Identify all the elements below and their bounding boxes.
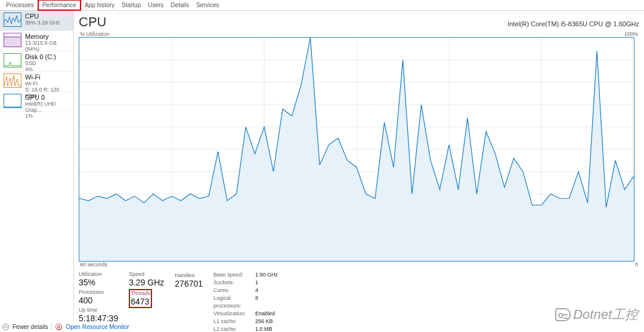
sidebar-thumb-icon	[4, 94, 21, 108]
spec-value: 256 KB	[255, 318, 273, 325]
sidebar-item-cpu[interactable]: CPU35% 3.29 GHz	[0, 11, 73, 31]
sidebar-item-sub: SSD	[25, 60, 56, 66]
sidebar-item-gpu-0[interactable]: GPU 0Intel(R) UHD Grap...1%	[0, 92, 73, 112]
y-axis-label: % Utilization	[80, 31, 110, 37]
stat-value: 276701	[175, 278, 203, 289]
stat-label: Speed	[129, 271, 164, 277]
spec-row: Logical processors:8	[213, 294, 278, 310]
sidebar-item-title: Memory	[25, 33, 71, 40]
spec-key: L2 cache:	[213, 325, 255, 332]
y-axis-max: 100%	[624, 31, 638, 37]
spec-row: L2 cache:1.0 MB	[213, 325, 278, 332]
content-pane: CPU Intel(R) Core(TM) i5-8365U CPU @ 1.6…	[74, 11, 644, 321]
tab-startup[interactable]: Startup	[118, 1, 144, 10]
tab-users[interactable]: Users	[144, 1, 167, 10]
sidebar-item-title: Wi-Fi	[25, 73, 71, 81]
divider	[51, 323, 52, 330]
sidebar-item-sub: 13.3/15.8 GB (84%)	[25, 40, 71, 52]
tab-bar: ProcessesPerformanceApp historyStartupUs…	[0, 0, 644, 11]
tab-details[interactable]: Details	[167, 1, 193, 10]
spec-key: Cores:	[213, 287, 255, 294]
stat-value: 400	[79, 295, 118, 306]
sidebar-item-title: GPU 0	[25, 94, 71, 101]
spec-value: 1.0 MB	[255, 325, 273, 332]
resource-monitor-icon	[55, 324, 62, 330]
stat-label: Utilization	[79, 271, 118, 277]
sidebar-item-wi-fi[interactable]: Wi-FiWi-FiS: 16.0 R: 120 Kbps	[0, 72, 73, 92]
tab-services[interactable]: Services	[193, 1, 222, 10]
page-title: CPU	[79, 14, 106, 30]
spec-key: Logical processors:	[213, 294, 255, 310]
sidebar-item-disk-0-c-[interactable]: Disk 0 (C:)SSD4%	[0, 51, 73, 72]
fewer-details-link[interactable]: Fewer details	[13, 324, 48, 330]
spec-value: 4	[255, 287, 258, 294]
cpu-description: Intel(R) Core(TM) i5-8365U CPU @ 1.60GHz	[507, 20, 639, 27]
spec-key: Sockets:	[213, 279, 255, 287]
sidebar-item-sub: Intel(R) UHD Grap...	[25, 101, 71, 113]
sidebar-item-sub: 35% 3.29 GHz	[25, 20, 60, 26]
spec-row: Cores:4	[213, 287, 278, 294]
chart-bottom-axis: 60 seconds 0	[79, 262, 639, 268]
stats-block: Utilization35%Processes400Up time5:18:47…	[79, 271, 639, 332]
tab-performance[interactable]: Performance	[38, 0, 81, 11]
tab-processes[interactable]: Processes	[2, 1, 38, 10]
stat-highlight-threads: Threads6473	[129, 289, 152, 308]
spec-row: Base speed:1.90 GHz	[213, 271, 278, 279]
main-layout: CPU35% 3.29 GHzMemory13.3/15.8 GB (84%)D…	[0, 11, 644, 321]
performance-sidebar: CPU35% 3.29 GHzMemory13.3/15.8 GB (84%)D…	[0, 11, 74, 321]
spec-value: 1	[255, 279, 258, 287]
sidebar-thumb-icon	[4, 53, 21, 67]
sidebar-item-sub: Wi-Fi	[25, 81, 71, 87]
spec-value: 1.90 GHz	[255, 271, 278, 279]
stat-value: 3.29 GHz	[129, 277, 164, 288]
spec-row: L1 cache:256 KB	[213, 318, 278, 325]
sidebar-thumb-icon	[4, 13, 21, 27]
sidebar-item-sub2: 1%	[25, 113, 71, 119]
sidebar-item-memory[interactable]: Memory13.3/15.8 GB (84%)	[0, 31, 73, 51]
spec-key: L1 cache:	[213, 318, 255, 325]
spec-row: Virtualization:Enabled	[213, 310, 278, 318]
svg-rect-0	[4, 36, 21, 47]
spec-row: Sockets:1	[213, 279, 278, 287]
tab-app-history[interactable]: App history	[81, 1, 118, 10]
sidebar-thumb-icon	[4, 33, 21, 47]
x-axis-right: 0	[635, 262, 638, 268]
footer-bar: Fewer details Open Resource Monitor	[2, 321, 129, 332]
open-resource-monitor-link[interactable]: Open Resource Monitor	[66, 324, 129, 330]
spec-key: Base speed:	[213, 271, 255, 279]
content-header: CPU Intel(R) Core(TM) i5-8365U CPU @ 1.6…	[79, 14, 639, 30]
chevron-up-icon	[2, 324, 9, 330]
chart-container	[79, 37, 639, 262]
spec-table: Base speed:1.90 GHzSockets:1Cores:4Logic…	[213, 271, 278, 332]
sidebar-thumb-icon	[4, 73, 21, 88]
sidebar-item-title: CPU	[25, 13, 60, 20]
stat-value: 35%	[79, 277, 118, 288]
sidebar-item-title: Disk 0 (C:)	[25, 53, 56, 60]
uptime-label: Up time	[79, 307, 118, 313]
chart-top-axis: % Utilization 100%	[79, 31, 639, 37]
stat-col-b: Speed3.29 GHzThreads6473	[129, 271, 164, 332]
spec-key: Virtualization:	[213, 310, 255, 318]
cpu-utilization-chart	[79, 37, 634, 262]
spec-value: 8	[255, 294, 258, 310]
spec-value: Enabled	[255, 310, 275, 318]
stat-label: Processes	[79, 289, 118, 295]
stat-col-c: Handles276701	[175, 271, 203, 332]
x-axis-left: 60 seconds	[80, 262, 107, 268]
stat-label: Handles	[175, 272, 203, 278]
